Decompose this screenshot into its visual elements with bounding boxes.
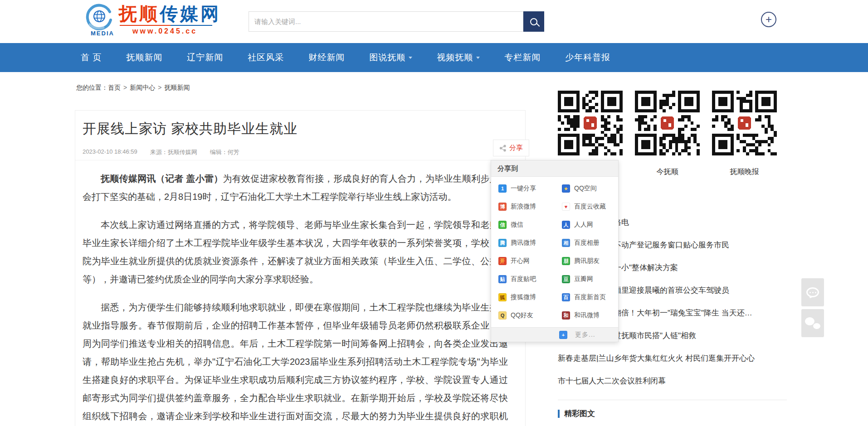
- share-button[interactable]: 分享: [493, 140, 529, 156]
- main-nav: 首 页抚顺新闻辽宁新闻社区风采财经新闻图说抚顺视频抚顺专栏新闻少年科普报: [0, 43, 868, 72]
- breadcrumb-separator: >: [123, 84, 127, 91]
- share-target-label: 百度云收藏: [574, 203, 606, 211]
- nav-item-2[interactable]: 抚顺新闻: [114, 43, 175, 72]
- share-target-baidu-album[interactable]: 相百度相册: [555, 234, 618, 252]
- share-target-hexun-weibo[interactable]: 和和讯微博: [555, 306, 618, 324]
- logo-title: 抚顺传媒网: [119, 4, 221, 24]
- article-container: 开展线上家访 家校共助毕业生就业 2023-02-10 18:46:59 来源：…: [75, 110, 526, 426]
- article-header: 开展线上家访 家校共助毕业生就业 2023-02-10 18:46:59 来源：…: [75, 111, 525, 160]
- nav-item-5[interactable]: 财经新闻: [296, 43, 357, 72]
- share-more-button[interactable]: + 更多...: [491, 327, 618, 342]
- share-target-douban[interactable]: 豆豆瓣网: [555, 270, 618, 288]
- nav-item-label: 抚顺新闻: [126, 52, 162, 63]
- nav-item-label: 财经新闻: [308, 52, 345, 63]
- share-target-qzone[interactable]: ★QQ空间: [555, 179, 618, 198]
- kaixin-icon: 开: [498, 257, 507, 265]
- search-bar: [249, 11, 544, 32]
- share-target-label: QQ好友: [511, 311, 533, 320]
- share-target-tencent-pengyou[interactable]: 朋腾讯朋友: [555, 252, 618, 270]
- sidebar-section-header: 精彩图文: [558, 408, 787, 419]
- share-popup: 分享到 1一键分享博新浪微博信微信腾腾讯微博开开心网贴百度贴吧狐搜狐微博QQQ好…: [491, 160, 619, 342]
- tencent-weibo-icon: 腾: [498, 239, 507, 247]
- share-target-baidu-tieba[interactable]: 贴百度贴吧: [491, 270, 555, 288]
- nav-item-label: 少年科普报: [565, 52, 610, 63]
- logo-title-red: 抚顺: [119, 4, 160, 24]
- share-target-label: 百度新首页: [574, 293, 606, 301]
- nav-item-6[interactable]: 图说抚顺: [357, 43, 424, 72]
- article-body: 抚顺传媒网讯（记者 盖小雷）为有效促进家校教育衔接，形成良好的育人合力，为毕业生…: [75, 160, 525, 426]
- share-more-label: 更多...: [575, 331, 595, 339]
- share-target-baidu-cloud-fav[interactable]: ♥百度云收藏: [555, 198, 618, 216]
- news-item[interactable]: 市十七届人大二次会议胜利闭幕: [558, 370, 787, 392]
- nav-item-8[interactable]: 专栏新闻: [492, 43, 553, 72]
- nav-item-label: 首 页: [81, 52, 102, 63]
- more-plus-icon: +: [559, 331, 567, 339]
- sohu-weibo-icon: 狐: [498, 293, 507, 301]
- one-key-share-icon: 1: [498, 184, 507, 193]
- wechat-icon: [805, 317, 820, 329]
- search-input[interactable]: [249, 11, 523, 32]
- wechat-float-button[interactable]: [801, 309, 824, 337]
- breadcrumb-link[interactable]: 首页: [108, 84, 121, 91]
- wechat-share-icon: 信: [498, 221, 507, 229]
- share-target-renren[interactable]: 人人人网: [555, 216, 618, 234]
- baidu-homepage-icon: 百: [562, 293, 570, 301]
- qr-code-label-2: 今抚顺: [635, 167, 700, 177]
- site-logo[interactable]: MEDIA 抚顺传媒网 www.0245.cc: [85, 3, 221, 41]
- logo-media-label: MEDIA: [91, 30, 114, 37]
- qr-code-row: [558, 91, 778, 155]
- share-target-label: 新浪微博: [511, 203, 536, 211]
- share-target-label: 百度相册: [574, 239, 600, 247]
- share-target-sina-weibo[interactable]: 博新浪微博: [491, 198, 555, 216]
- article-paragraph: 据悉，为方便学生们能够持续顺利地求职就业，即便在寒假期间，土木工程学院也继续为毕…: [83, 298, 508, 426]
- share-target-label: 和讯微博: [574, 311, 600, 320]
- share-target-tencent-weibo[interactable]: 腾腾讯微博: [491, 234, 555, 252]
- nav-item-1[interactable]: 首 页: [68, 43, 114, 72]
- nav-item-7[interactable]: 视频抚顺: [424, 43, 492, 72]
- section-title: 精彩图文: [564, 408, 595, 419]
- breadcrumb-link[interactable]: 抚顺新闻: [164, 84, 190, 91]
- share-target-one-key-share[interactable]: 1一键分享: [491, 179, 555, 198]
- share-popup-body: 1一键分享博新浪微博信微信腾腾讯微博开开心网贴百度贴吧狐搜狐微博QQQ好友 ★Q…: [491, 177, 618, 327]
- share-target-qq-friends[interactable]: QQQ好友: [491, 306, 555, 324]
- article-source: 来源：抚顺传媒网: [150, 148, 197, 156]
- share-target-label: 微信: [511, 221, 523, 229]
- search-icon: [530, 18, 537, 25]
- share-popup-title: 分享到: [491, 160, 618, 177]
- nav-item-4[interactable]: 社区风采: [235, 43, 296, 72]
- qzone-icon: ★: [562, 184, 570, 193]
- qr-code-2: [635, 91, 700, 155]
- share-target-kaixin[interactable]: 开开心网: [491, 252, 555, 270]
- news-item[interactable]: 新春走基层|兰山乡年货大集红红火火 村民们逛集开开心心: [558, 347, 787, 370]
- share-button-label: 分享: [509, 144, 523, 152]
- qq-friends-icon: Q: [498, 311, 507, 320]
- comment-float-button[interactable]: [801, 278, 824, 306]
- section-accent-bar: [558, 410, 560, 418]
- nav-item-3[interactable]: 辽宁新闻: [175, 43, 235, 72]
- share-target-label: QQ空间: [574, 184, 597, 193]
- hexun-weibo-icon: 和: [562, 311, 570, 320]
- nav-item-label: 图说抚顺: [369, 52, 405, 63]
- sina-weibo-icon: 博: [498, 203, 507, 211]
- search-button[interactable]: [523, 11, 544, 32]
- article-title: 开展线上家访 家校共助毕业生就业: [83, 120, 518, 138]
- breadcrumb-link[interactable]: 新闻中心: [130, 84, 155, 91]
- sidebar-divider: [558, 400, 787, 400]
- breadcrumb-prefix: 您的位置：: [76, 84, 108, 91]
- share-target-label: 开心网: [511, 257, 530, 265]
- article-paragraph: 抚顺传媒网讯（记者 盖小雷）为有效促进家校教育衔接，形成良好的育人合力，为毕业生…: [83, 169, 508, 206]
- add-button[interactable]: +: [761, 12, 776, 27]
- share-target-label: 搜狐微博: [511, 293, 536, 301]
- logo-title-blue: 传媒网: [160, 4, 221, 24]
- article-editor: 编辑：何芳: [210, 148, 239, 156]
- share-target-wechat-share[interactable]: 信微信: [491, 216, 555, 234]
- share-target-label: 腾讯微博: [511, 239, 536, 247]
- article-date: 2023-02-10 18:46:59: [83, 148, 137, 156]
- share-target-label: 人人网: [574, 221, 593, 229]
- nav-item-label: 视频抚顺: [437, 52, 473, 63]
- share-target-baidu-homepage[interactable]: 百百度新首页: [555, 288, 618, 306]
- qr-code-3: [712, 91, 777, 155]
- nav-item-label: 社区风采: [248, 52, 284, 63]
- share-target-sohu-weibo[interactable]: 狐搜狐微博: [491, 288, 555, 306]
- nav-item-9[interactable]: 少年科普报: [553, 43, 623, 72]
